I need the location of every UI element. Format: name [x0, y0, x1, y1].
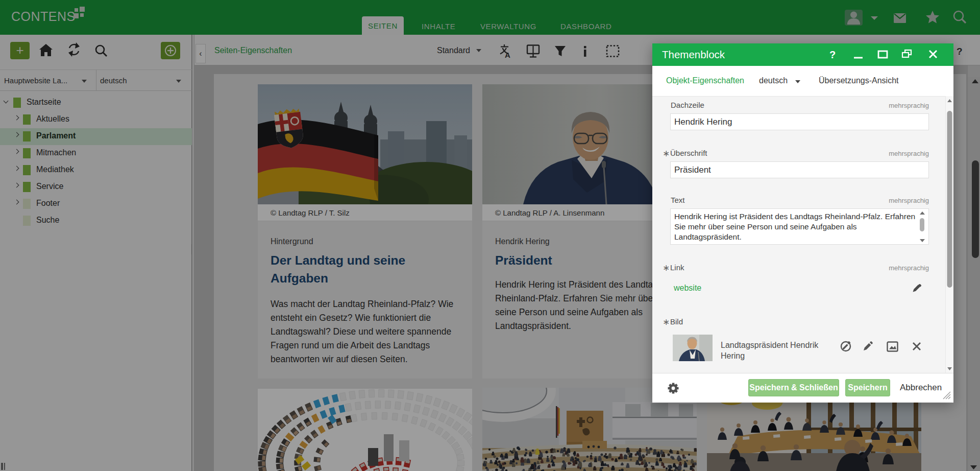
- svg-text:?: ?: [829, 49, 836, 60]
